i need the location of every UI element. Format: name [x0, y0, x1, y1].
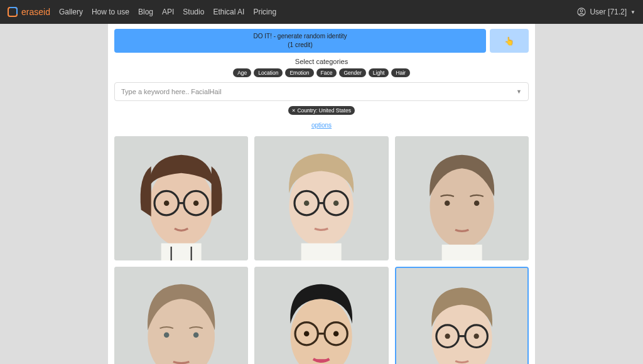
- face-image: [114, 267, 248, 364]
- nav-links: Gallery How to use Blog API Studio Ethic…: [59, 8, 276, 16]
- svg-point-37: [333, 331, 339, 337]
- face-image: [254, 136, 388, 260]
- svg-point-44: [445, 334, 450, 339]
- pill-hair[interactable]: Hair: [391, 68, 410, 77]
- pill-emotion[interactable]: Emotion: [285, 68, 313, 77]
- svg-rect-24: [441, 245, 482, 261]
- svg-rect-19: [301, 244, 342, 261]
- top-navbar: eraseid Gallery How to use Blog API Stud…: [0, 0, 643, 24]
- result-card[interactable]: [114, 136, 248, 260]
- svg-point-9: [164, 200, 170, 206]
- svg-point-28: [193, 333, 199, 338]
- dropdown-arrow-icon: ▼: [516, 88, 522, 95]
- options-link-row: options: [114, 119, 529, 130]
- svg-point-5: [149, 166, 213, 247]
- select-categories-label: Select categories: [114, 58, 529, 65]
- user-label: User [71.2]: [590, 8, 627, 16]
- logo-text: eraseid: [21, 7, 50, 17]
- pill-age[interactable]: Age: [233, 68, 251, 77]
- do-it-line1: DO IT! - generate random identity: [114, 32, 486, 41]
- nav-link-howtouse[interactable]: How to use: [92, 8, 129, 16]
- category-pills: Age Location Emotion Face Gender Light H…: [114, 68, 529, 77]
- nav-link-pricing[interactable]: Pricing: [253, 8, 276, 16]
- active-tags: × Country: United States: [114, 106, 529, 115]
- result-card[interactable]: [254, 267, 388, 364]
- result-card[interactable]: [114, 267, 248, 364]
- user-menu[interactable]: User [71.2] ▼: [577, 8, 635, 16]
- pill-light[interactable]: Light: [369, 68, 389, 77]
- svg-point-22: [445, 200, 450, 206]
- nav-link-blog[interactable]: Blog: [138, 8, 153, 16]
- close-icon[interactable]: ×: [292, 107, 295, 114]
- keyword-search[interactable]: Type a keyword here.. FacialHail ▼: [114, 82, 529, 101]
- navbar-left: eraseid Gallery How to use Blog API Stud…: [8, 7, 276, 17]
- tag-label: Country: United States: [297, 107, 351, 114]
- result-card[interactable]: [395, 136, 529, 260]
- pill-location[interactable]: Location: [254, 68, 283, 77]
- svg-point-23: [474, 200, 480, 206]
- face-image: [396, 268, 527, 364]
- result-card-selected[interactable]: [395, 267, 529, 364]
- svg-point-3: [580, 9, 583, 12]
- tag-country[interactable]: × Country: United States: [288, 106, 355, 115]
- user-icon: [577, 8, 586, 16]
- nav-link-studio[interactable]: Studio: [183, 8, 204, 16]
- hand-button[interactable]: 👆: [490, 29, 529, 53]
- svg-point-17: [304, 200, 310, 206]
- pill-gender[interactable]: Gender: [339, 68, 365, 77]
- logo-icon: [8, 7, 18, 17]
- options-link[interactable]: options: [311, 122, 332, 129]
- svg-rect-11: [161, 244, 202, 261]
- svg-point-13: [289, 166, 354, 247]
- nav-link-api[interactable]: API: [162, 8, 174, 16]
- results-grid: [114, 136, 529, 364]
- face-image: [254, 267, 388, 364]
- svg-point-27: [164, 333, 170, 338]
- chevron-down-icon: ▼: [630, 9, 635, 15]
- nav-link-ethicalai[interactable]: Ethical AI: [213, 8, 244, 16]
- svg-rect-1: [8, 8, 17, 16]
- face-image: [114, 136, 248, 260]
- hand-icon: 👆: [504, 36, 514, 46]
- logo[interactable]: eraseid: [8, 7, 50, 17]
- do-it-button[interactable]: DO IT! - generate random identity (1 cre…: [114, 29, 486, 53]
- main-panel: DO IT! - generate random identity (1 cre…: [108, 24, 535, 364]
- svg-point-36: [304, 331, 310, 337]
- result-card[interactable]: [254, 136, 388, 260]
- pill-face[interactable]: Face: [316, 68, 337, 77]
- svg-point-32: [313, 285, 330, 296]
- do-it-row: DO IT! - generate random identity (1 cre…: [114, 29, 529, 53]
- search-placeholder: Type a keyword here.. FacialHail: [121, 88, 222, 95]
- svg-point-45: [473, 334, 478, 339]
- page-background: DO IT! - generate random identity (1 cre…: [0, 24, 643, 364]
- svg-point-10: [193, 200, 199, 206]
- svg-point-18: [333, 200, 339, 206]
- svg-rect-0: [8, 8, 17, 16]
- face-image: [395, 136, 529, 260]
- nav-link-gallery[interactable]: Gallery: [59, 8, 83, 16]
- do-it-line2: (1 credit): [114, 41, 486, 50]
